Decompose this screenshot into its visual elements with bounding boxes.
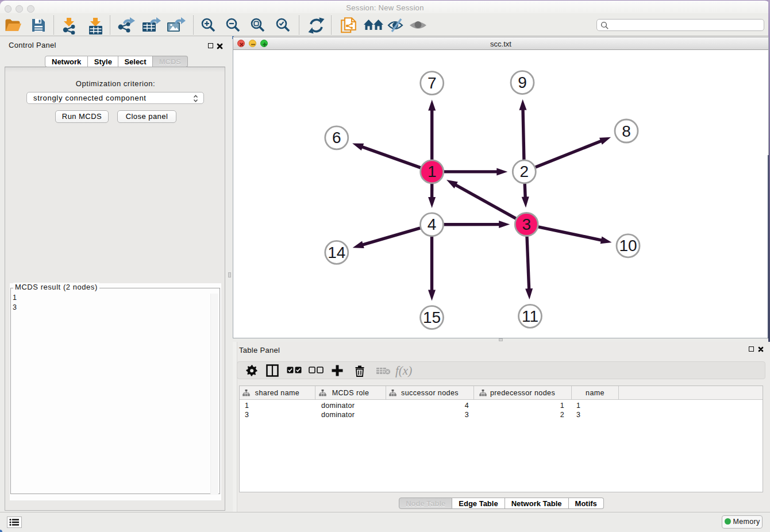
svg-text:9: 9 — [518, 74, 527, 91]
svg-text:15: 15 — [423, 309, 441, 326]
svg-text:3: 3 — [522, 215, 531, 233]
svg-text:4: 4 — [428, 215, 437, 233]
svg-text:1: 1 — [428, 163, 437, 180]
svg-text:8: 8 — [622, 122, 631, 140]
svg-text:14: 14 — [328, 244, 345, 261]
svg-text:6: 6 — [332, 129, 341, 147]
svg-text:10: 10 — [619, 237, 637, 255]
svg-text:7: 7 — [428, 74, 437, 92]
svg-text:11: 11 — [522, 307, 538, 325]
svg-text:2: 2 — [520, 163, 529, 180]
